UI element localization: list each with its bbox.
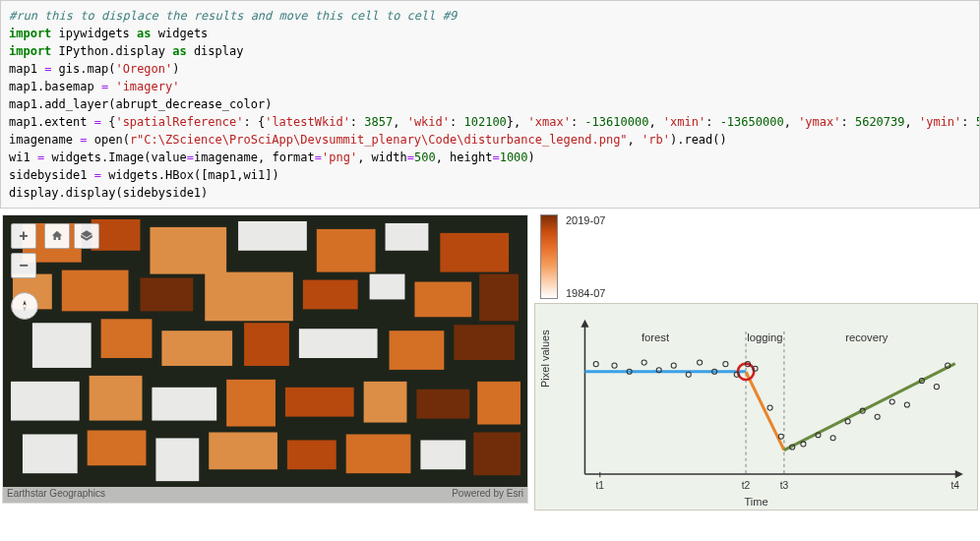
map-widget[interactable]: + − Earthstar Geographics Powered by Esr… <box>2 214 528 504</box>
svg-point-52 <box>723 362 728 367</box>
svg-point-48 <box>671 363 676 368</box>
y-axis-label: Pixel values <box>539 330 551 388</box>
svg-rect-22 <box>454 325 515 360</box>
x-axis-arrow-icon <box>955 470 963 478</box>
svg-rect-18 <box>161 331 232 366</box>
svg-rect-20 <box>299 329 378 358</box>
svg-point-66 <box>904 402 909 407</box>
svg-rect-35 <box>287 440 337 469</box>
svg-rect-7 <box>440 233 509 272</box>
output-row: + − Earthstar Geographics Powered by Esr… <box>0 214 980 511</box>
svg-rect-31 <box>23 434 78 473</box>
svg-rect-25 <box>152 388 216 421</box>
compass-icon <box>18 299 31 313</box>
svg-rect-6 <box>386 223 429 251</box>
svg-rect-12 <box>303 280 358 310</box>
segment-label-logging: logging <box>747 331 782 343</box>
code-cell[interactable]: #run this to displace the results and mo… <box>0 0 980 209</box>
tick-t4: t4 <box>950 480 959 491</box>
code-comment: #run this to displace the results and mo… <box>9 9 457 23</box>
svg-rect-9 <box>62 270 129 312</box>
home-icon <box>50 229 64 243</box>
legend-top-label: 2019-07 <box>566 214 605 226</box>
x-axis-label: Time <box>535 496 977 508</box>
svg-rect-15 <box>479 274 519 322</box>
svg-point-56 <box>767 405 772 410</box>
svg-rect-4 <box>238 221 307 251</box>
svg-rect-34 <box>209 432 277 469</box>
svg-rect-28 <box>364 382 407 423</box>
home-button[interactable] <box>44 223 70 249</box>
svg-point-46 <box>642 360 646 365</box>
svg-point-43 <box>593 362 598 367</box>
colorbar-gradient <box>540 214 558 299</box>
segment-label-recovery: recovery <box>845 331 888 343</box>
svg-point-44 <box>612 363 617 368</box>
svg-point-64 <box>875 414 880 419</box>
tick-t1: t1 <box>596 480 605 491</box>
segment-label-forest: forest <box>642 331 670 343</box>
svg-rect-26 <box>226 380 276 427</box>
svg-point-61 <box>830 436 835 441</box>
svg-rect-16 <box>32 323 92 368</box>
line-recovery <box>784 364 955 451</box>
svg-rect-23 <box>11 382 80 421</box>
line-logging <box>746 372 784 451</box>
svg-rect-14 <box>414 282 471 318</box>
svg-rect-21 <box>390 331 445 370</box>
svg-point-59 <box>801 442 806 447</box>
svg-rect-3 <box>150 227 226 274</box>
svg-point-57 <box>778 434 783 439</box>
chart-svg: forest logging recovery t1 t2 t3 t4 <box>565 312 967 506</box>
svg-rect-38 <box>473 432 521 475</box>
svg-rect-19 <box>244 323 289 366</box>
svg-point-50 <box>698 360 703 365</box>
svg-rect-37 <box>420 440 465 469</box>
trajectory-chart: Pixel values forest logging recovery t1 … <box>534 303 978 511</box>
tick-t3: t3 <box>780 480 789 491</box>
zoom-in-button[interactable]: + <box>11 223 36 249</box>
compass-button[interactable] <box>11 292 38 320</box>
svg-rect-30 <box>477 382 521 425</box>
layers-icon <box>80 229 93 243</box>
svg-rect-33 <box>155 438 199 481</box>
zoom-out-button[interactable]: − <box>11 253 36 278</box>
zoom-controls: + − <box>11 223 36 278</box>
svg-point-65 <box>889 399 894 404</box>
attribution-left: Earthstar Geographics <box>7 488 105 502</box>
svg-rect-5 <box>317 229 376 272</box>
map-attribution: Earthstar Geographics Powered by Esri <box>3 487 527 503</box>
svg-rect-24 <box>90 376 143 421</box>
map-tools <box>44 223 99 249</box>
svg-point-62 <box>845 419 850 424</box>
legend-chart-column: 2019-07 1984-07 Pixel values forest logg… <box>534 214 978 511</box>
svg-rect-27 <box>285 388 354 417</box>
svg-rect-32 <box>88 431 147 466</box>
svg-point-68 <box>934 385 939 390</box>
map-imagery <box>3 215 527 503</box>
svg-rect-29 <box>416 390 469 419</box>
svg-rect-36 <box>346 434 411 473</box>
svg-rect-13 <box>370 274 405 300</box>
svg-rect-17 <box>101 319 153 358</box>
legend-bottom-label: 1984-07 <box>566 287 605 299</box>
svg-rect-10 <box>140 278 193 312</box>
svg-rect-11 <box>205 272 293 322</box>
y-axis-arrow-icon <box>581 320 588 328</box>
attribution-right: Powered by Esri <box>452 488 523 502</box>
tick-t2: t2 <box>742 480 751 491</box>
layers-button[interactable] <box>74 223 99 249</box>
colorbar-legend: 2019-07 1984-07 <box>534 214 978 299</box>
